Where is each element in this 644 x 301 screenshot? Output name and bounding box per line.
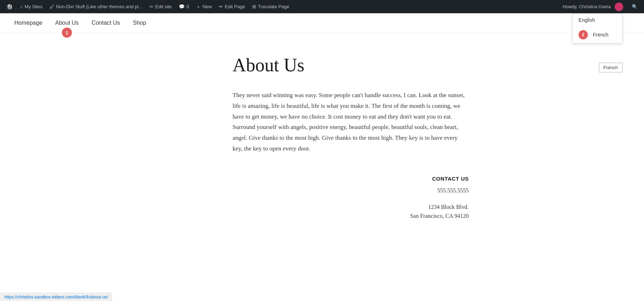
english-label: English	[579, 17, 595, 23]
contact-address: 1234 Block Blvd. San Francisco, CA 94120	[233, 202, 469, 221]
language-english[interactable]: English	[573, 14, 622, 27]
nav-shop[interactable]: Shop	[133, 20, 146, 26]
page-title: About Us	[233, 54, 469, 76]
contact-section: CONTACT US 555.555.5555 1234 Block Blvd.…	[233, 176, 469, 221]
comments-icon: 💬	[179, 4, 185, 9]
howdy-label: Howdy, Christina Gwira	[562, 4, 611, 9]
comments-count: 0	[186, 4, 189, 9]
language-french[interactable]: 2 French	[573, 27, 622, 43]
status-url: https://christina.sandbox.etdevs.com/bla…	[4, 295, 108, 300]
admin-bar: ⌂ My Sites 🖊 Non-Divi Stuff (Like other …	[0, 0, 644, 13]
nav-about-us-wrapper: About Us 1	[55, 20, 79, 26]
translate-page-label: Translate Page	[258, 4, 289, 9]
new-icon: ＋	[196, 4, 201, 10]
edit-site-icon: ✏	[150, 4, 153, 9]
address-line-2: San Francisco, CA 94120	[233, 211, 469, 221]
avatar-icon	[615, 3, 623, 11]
french-tooltip: French	[599, 63, 623, 72]
contact-us-title: CONTACT US	[233, 176, 469, 182]
address-line-1: 1234 Block Blvd.	[233, 202, 469, 212]
search-icon: 🔍	[632, 4, 638, 9]
status-bar: https://christina.sandbox.etdevs.com/bla…	[0, 293, 112, 301]
translate-page-menu[interactable]: ⊞ Translate Page	[249, 0, 293, 13]
main-content: About Us They never said winning was eas…	[161, 33, 483, 242]
french-label: French	[593, 32, 609, 38]
howdy-menu[interactable]: Howdy, Christina Gwira	[559, 0, 627, 13]
my-sites-label: My Sites	[25, 4, 43, 9]
site-navigation: Homepage About Us 1 Contact Us Shop	[0, 13, 644, 33]
edit-site-menu[interactable]: ✏ Edit site	[146, 0, 175, 13]
nav-contact-us[interactable]: Contact Us	[92, 20, 120, 26]
non-divi-menu[interactable]: 🖊 Non-Divi Stuff (Like other themes and …	[46, 0, 146, 13]
page-body: They never said winning was easy. Some p…	[233, 90, 469, 154]
comments-menu[interactable]: 💬 0	[175, 0, 192, 13]
my-sites-icon: ⌂	[20, 4, 23, 9]
new-label: New	[203, 4, 212, 9]
new-menu[interactable]: ＋ New	[192, 0, 215, 13]
nav-badge-1: 1	[62, 28, 72, 38]
edit-page-icon: ✏	[219, 4, 223, 9]
translate-icon: ⊞	[252, 4, 256, 9]
nav-about-us[interactable]: About Us	[55, 20, 79, 26]
my-sites-menu[interactable]: ⌂ My Sites	[16, 0, 46, 13]
lang-badge-2: 2	[579, 30, 588, 39]
language-dropdown: English 2 French	[572, 13, 623, 43]
nav-homepage[interactable]: Homepage	[14, 20, 42, 26]
wordpress-logo-button[interactable]	[3, 0, 16, 13]
edit-page-menu[interactable]: ✏ Edit Page	[215, 0, 248, 13]
search-button[interactable]: 🔍	[628, 0, 641, 13]
non-divi-icon: 🖊	[50, 4, 54, 9]
edit-page-label: Edit Page	[225, 4, 245, 9]
contact-phone: 555.555.5555	[233, 187, 469, 194]
edit-site-label: Edit site	[155, 4, 172, 9]
non-divi-label: Non-Divi Stuff (Like other themes and pl…	[56, 4, 142, 9]
nav-links: Homepage About Us 1 Contact Us Shop	[14, 20, 146, 26]
